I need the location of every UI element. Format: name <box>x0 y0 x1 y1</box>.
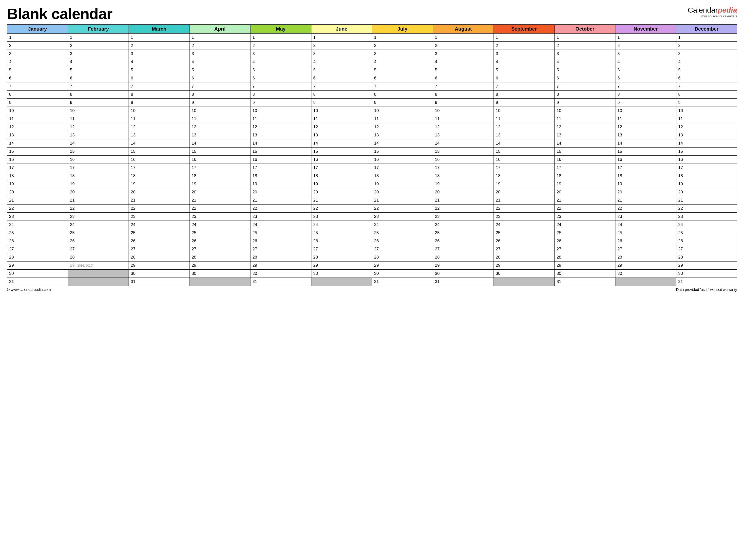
day-cell: 1 <box>555 34 616 42</box>
day-cell: 2 <box>311 42 372 50</box>
day-row: 242424242424242424242424 <box>7 221 737 229</box>
day-cell: 26 <box>68 237 129 245</box>
month-header-march: March <box>129 25 190 34</box>
day-cell: 22 <box>68 204 129 213</box>
day-cell: 3 <box>676 50 737 58</box>
day-cell: 16 <box>7 156 68 164</box>
day-cell: 17 <box>189 164 251 172</box>
day-cell: 16 <box>555 156 616 164</box>
day-cell: 5 <box>494 66 555 74</box>
day-cell: 25 <box>311 229 372 237</box>
day-cell: 19 <box>494 180 555 188</box>
day-cell: 12 <box>494 123 555 131</box>
day-cell: 25 <box>372 229 433 237</box>
day-cell: 14 <box>555 139 616 148</box>
day-cell: 5 <box>7 66 68 74</box>
day-cell: 12 <box>433 123 494 131</box>
day-cell: 17 <box>311 164 372 172</box>
day-cell: 7 <box>494 82 555 90</box>
footer-disclaimer: Data provided 'as is' without warranty <box>676 288 737 292</box>
day-cell: 7 <box>555 82 616 90</box>
day-cell: 15 <box>68 148 129 156</box>
day-cell: 24 <box>189 221 251 229</box>
day-cell: 17 <box>7 164 68 172</box>
day-cell: 23 <box>494 213 555 221</box>
day-row: 191919191919191919191919 <box>7 180 737 188</box>
day-cell: 15 <box>7 148 68 156</box>
day-cell: 3 <box>189 50 251 58</box>
day-cell: 8 <box>68 90 129 99</box>
day-cell: 8 <box>311 90 372 99</box>
day-cell: 9 <box>129 99 190 107</box>
day-cell: 11 <box>616 115 676 123</box>
day-row: 181818181818181818181818 <box>7 172 737 180</box>
day-cell: 16 <box>251 156 311 164</box>
day-cell: 9 <box>68 99 129 107</box>
day-cell: 18 <box>555 172 616 180</box>
day-cell: 13 <box>433 131 494 139</box>
day-cell: 24 <box>372 221 433 229</box>
day-cell: 21 <box>494 196 555 204</box>
day-cell: 5 <box>129 66 190 74</box>
day-cell: 4 <box>555 58 616 66</box>
day-cell: 25 <box>555 229 616 237</box>
day-cell: 11 <box>555 115 616 123</box>
day-cell: 5 <box>372 66 433 74</box>
day-cell: 22 <box>7 204 68 213</box>
day-cell: 30 <box>555 270 616 278</box>
day-cell: 30 <box>494 270 555 278</box>
month-header-may: May <box>251 25 311 34</box>
day-cell: 12 <box>251 123 311 131</box>
day-cell: 21 <box>129 196 190 204</box>
brand-suffix: pedia <box>718 6 737 14</box>
day-row: 31313131313131 <box>7 278 737 286</box>
day-cell: 13 <box>372 131 433 139</box>
month-header-october: October <box>555 25 616 34</box>
day-cell: 23 <box>372 213 433 221</box>
day-cell: 30 <box>7 270 68 278</box>
day-cell: 11 <box>494 115 555 123</box>
day-cell: 11 <box>68 115 129 123</box>
day-cell: 16 <box>129 156 190 164</box>
day-cell: 11 <box>311 115 372 123</box>
day-cell: 7 <box>251 82 311 90</box>
day-cell: 13 <box>555 131 616 139</box>
day-cell: 14 <box>676 139 737 148</box>
day-cell: 10 <box>129 107 190 115</box>
day-cell: 10 <box>68 107 129 115</box>
day-cell: 24 <box>676 221 737 229</box>
day-row: 141414141414141414141414 <box>7 139 737 148</box>
day-cell: 13 <box>676 131 737 139</box>
day-cell: 6 <box>7 74 68 82</box>
brand-prefix: Calendar <box>688 6 718 14</box>
day-row: 101010101010101010101010 <box>7 107 737 115</box>
day-cell: 4 <box>129 58 190 66</box>
day-row: 212121212121212121212121 <box>7 196 737 204</box>
day-cell: 28 <box>7 253 68 261</box>
day-cell: 20 <box>7 188 68 196</box>
day-cell: 16 <box>494 156 555 164</box>
day-cell: 1 <box>676 34 737 42</box>
day-cell: 1 <box>311 34 372 42</box>
day-cell: 24 <box>433 221 494 229</box>
day-cell: 19 <box>129 180 190 188</box>
day-row: 111111111111111111111111 <box>7 115 737 123</box>
day-cell: 2 <box>189 42 251 50</box>
day-cell: 20 <box>494 188 555 196</box>
day-cell: 19 <box>68 180 129 188</box>
day-cell: 22 <box>494 204 555 213</box>
day-cell: 1 <box>189 34 251 42</box>
day-cell: 6 <box>372 74 433 82</box>
day-cell: 2 <box>68 42 129 50</box>
day-cell: 27 <box>433 245 494 253</box>
day-cell: 21 <box>68 196 129 204</box>
day-row: 333333333333 <box>7 50 737 58</box>
day-cell: 2 <box>372 42 433 50</box>
day-cell: 8 <box>494 90 555 99</box>
day-cell: 22 <box>676 204 737 213</box>
day-cell: 8 <box>129 90 190 99</box>
day-cell: 12 <box>189 123 251 131</box>
day-cell: 27 <box>7 245 68 253</box>
day-cell: 13 <box>68 131 129 139</box>
day-cell: 5 <box>676 66 737 74</box>
